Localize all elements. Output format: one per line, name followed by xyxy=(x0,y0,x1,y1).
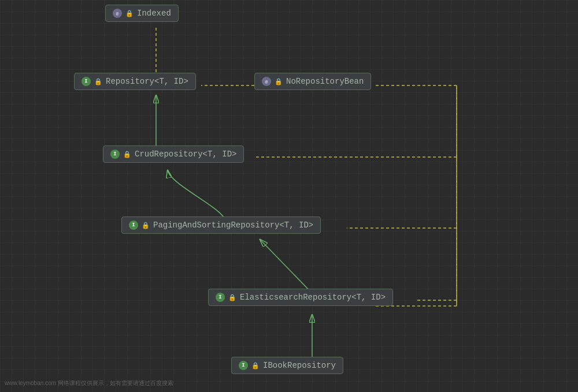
node-no-repository-bean: @ 🔒 NoRepositoryBean xyxy=(254,73,371,90)
lock-icon-paging: 🔒 xyxy=(142,222,150,229)
node-crud-repository: I 🔒 CrudRepository<T, ID> xyxy=(103,145,244,163)
lock-icon-crud: 🔒 xyxy=(123,151,131,158)
arrow-paging-to-crud xyxy=(168,170,225,221)
arrow-norepo-dotted-path xyxy=(376,85,457,306)
lock-icon-repository: 🔒 xyxy=(94,78,102,85)
lock-icon-ibook: 🔒 xyxy=(251,362,260,369)
i-icon-crud: I xyxy=(110,150,120,159)
i-icon-repository: I xyxy=(81,77,91,86)
node-indexed-label: Indexed xyxy=(137,9,171,18)
at-icon-indexed: @ xyxy=(113,9,122,18)
i-icon-ibook: I xyxy=(239,361,248,370)
arrow-elastic-to-paging xyxy=(260,240,312,293)
node-paging-sorting-repository: I 🔒 PagingAndSortingRepository<T, ID> xyxy=(121,216,321,234)
node-ibook-repository: I 🔒 IBookRepository xyxy=(231,357,343,374)
node-repository: I 🔒 Repository<T, ID> xyxy=(74,73,196,90)
node-norepobean-label: NoRepositoryBean xyxy=(286,77,364,86)
lock-icon-norepobean: 🔒 xyxy=(275,78,283,85)
node-ibook-label: IBookRepository xyxy=(263,361,336,370)
node-paging-label: PagingAndSortingRepository<T, ID> xyxy=(153,221,313,230)
watermark: www.leymoban.com 网络课程仅供展示，如有需要请通过百度搜索 xyxy=(5,379,173,387)
lock-icon-indexed: 🔒 xyxy=(125,10,134,17)
i-icon-paging: I xyxy=(129,221,138,230)
at-icon-norepobean: @ xyxy=(262,77,271,86)
node-repository-label: Repository<T, ID> xyxy=(106,77,188,86)
node-elasticsearch-repository: I 🔒 ElasticsearchRepository<T, ID> xyxy=(208,289,393,306)
i-icon-elastic: I xyxy=(216,293,225,302)
node-crud-label: CrudRepository<T, ID> xyxy=(135,150,236,159)
node-indexed: @ 🔒 Indexed xyxy=(105,5,179,22)
lock-icon-elastic: 🔒 xyxy=(228,294,236,301)
node-elastic-label: ElasticsearchRepository<T, ID> xyxy=(240,293,386,302)
arrows-svg xyxy=(0,0,578,392)
